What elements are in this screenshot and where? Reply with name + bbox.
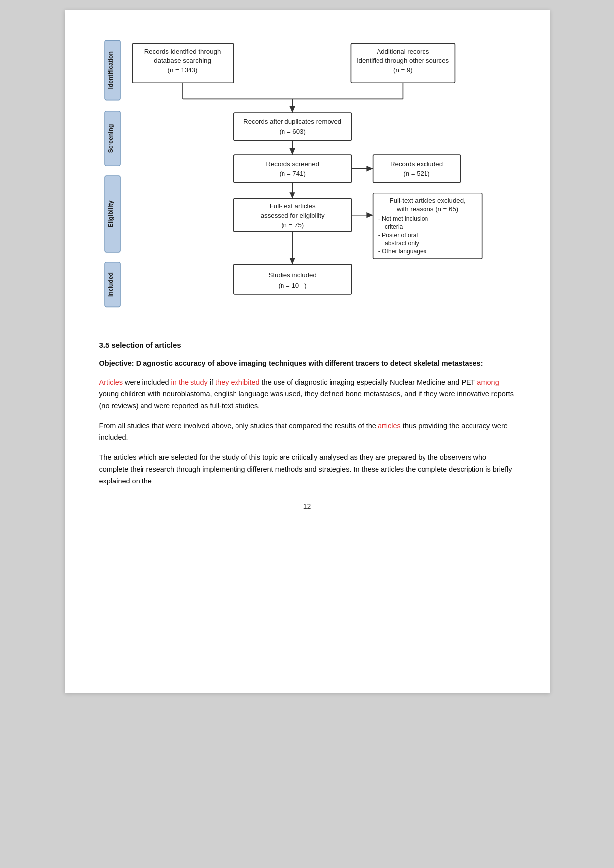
svg-rect-21 (233, 113, 351, 140)
page: Identification Screening Eligibility Inc… (65, 10, 550, 693)
svg-text:identified through other sourc: identified through other sources (357, 57, 449, 64)
svg-text:Included: Included (107, 272, 114, 297)
svg-text:Records excluded: Records excluded (390, 160, 443, 168)
paragraph-3: The articles which are selected for the … (99, 452, 515, 487)
text-in-the-study: in the study (171, 378, 208, 386)
svg-text:Records identified through: Records identified through (144, 48, 221, 55)
text-content: 3.5 selection of articles Objective: Dia… (99, 341, 515, 487)
flowchart-container: Identification Screening Eligibility Inc… (99, 35, 515, 316)
svg-text:Identification: Identification (107, 51, 114, 89)
text-if: if (210, 378, 215, 386)
svg-text:(n = 1343): (n = 1343) (167, 66, 197, 74)
svg-text:Eligibility: Eligibility (107, 200, 114, 227)
svg-rect-25 (233, 155, 351, 182)
svg-rect-47 (233, 264, 351, 294)
text-use-of-diagnostic: the use of diagnostic imaging especially… (262, 378, 477, 386)
svg-text:(n = 10 _): (n = 10 _) (278, 282, 306, 289)
text-from-all: From all studies that were involved abov… (99, 422, 378, 430)
text-were-included: were included (125, 378, 171, 386)
svg-text:abstract only: abstract only (384, 240, 419, 247)
paragraph-1: Articles were included in the study if t… (99, 377, 515, 412)
svg-text:- Poster of oral: - Poster of oral (378, 232, 418, 239)
svg-text:Studies included: Studies included (268, 271, 316, 279)
svg-text:criteria: criteria (384, 223, 403, 230)
svg-text:Additional records: Additional records (377, 48, 429, 55)
svg-text:(n = 603): (n = 603) (279, 128, 305, 135)
svg-text:Screening: Screening (107, 124, 114, 153)
paragraph-2: From all studies that were involved abov… (99, 420, 515, 444)
svg-text:- Not met inclusion: - Not met inclusion (378, 215, 428, 222)
text-they-exhibited: they exhibited (215, 378, 259, 386)
text-articles-red-2: articles (378, 422, 401, 430)
svg-text:Records after duplicates remov: Records after duplicates removed (243, 118, 341, 125)
svg-text:- Other languages: - Other languages (378, 248, 426, 255)
section-heading: 3.5 selection of articles (99, 341, 515, 349)
text-the-articles-which: The articles which are selected for the … (99, 453, 512, 485)
svg-text:(n = 75): (n = 75) (281, 221, 304, 229)
text-young-children: young children with neuroblastoma, engli… (99, 390, 514, 410)
svg-rect-29 (373, 155, 460, 182)
svg-text:assessed for eligibility: assessed for eligibility (260, 212, 324, 219)
section-divider (99, 336, 515, 336)
svg-text:Full-text articles: Full-text articles (269, 202, 315, 210)
svg-text:(n = 521): (n = 521) (403, 170, 429, 177)
svg-text:(n = 9): (n = 9) (393, 66, 413, 74)
svg-text:Full-text articles excluded,: Full-text articles excluded, (389, 197, 465, 204)
text-articles-red: Articles (99, 378, 123, 386)
objective-block: Objective: Diagnostic accuracy of above … (99, 358, 515, 369)
text-among: among (477, 378, 499, 386)
svg-text:with reasons (n = 65): with reasons (n = 65) (396, 205, 458, 213)
svg-text:Records screened: Records screened (266, 160, 319, 168)
page-number: 12 (99, 502, 515, 510)
svg-text:database searching: database searching (154, 57, 211, 64)
prisma-flowchart: Identification Screening Eligibility Inc… (99, 35, 515, 314)
svg-text:(n = 741): (n = 741) (279, 170, 305, 177)
